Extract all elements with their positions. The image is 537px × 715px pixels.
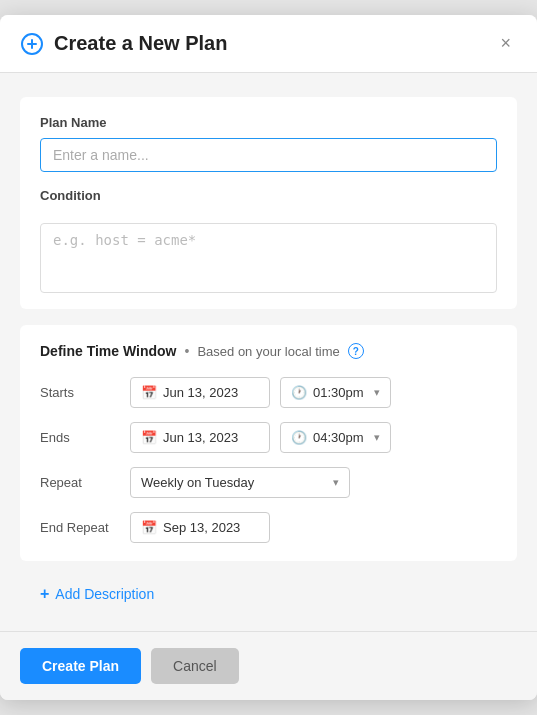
plan-name-input[interactable]: [40, 138, 497, 172]
close-button[interactable]: ×: [494, 31, 517, 56]
modal-footer: Create Plan Cancel: [0, 631, 537, 700]
create-plan-button[interactable]: Create Plan: [20, 648, 141, 684]
time-window-header: Define Time Window • Based on your local…: [40, 343, 497, 359]
end-repeat-date-picker[interactable]: 📅 Sep 13, 2023: [130, 512, 270, 543]
plus-circle-icon: [20, 32, 44, 56]
ends-date-picker[interactable]: 📅 Jun 13, 2023: [130, 422, 270, 453]
end-repeat-label: End Repeat: [40, 520, 120, 535]
ends-label: Ends: [40, 430, 120, 445]
chevron-down-icon-ends: ▾: [374, 431, 380, 444]
end-repeat-date-value: Sep 13, 2023: [163, 520, 240, 535]
plan-name-section: Plan Name Condition: [20, 97, 517, 309]
time-window-subtitle: Based on your local time: [197, 344, 339, 359]
chevron-down-icon: ▾: [374, 386, 380, 399]
ends-time-picker[interactable]: 🕐 04:30pm ▾: [280, 422, 391, 453]
clock-icon: 🕐: [291, 385, 307, 400]
help-badge[interactable]: ?: [348, 343, 364, 359]
chevron-down-icon-repeat: ▾: [333, 476, 339, 489]
modal-body: Plan Name Condition Define Time Window •…: [0, 73, 537, 623]
time-window-title: Define Time Window: [40, 343, 177, 359]
calendar-icon: 📅: [141, 385, 157, 400]
time-window-section: Define Time Window • Based on your local…: [20, 325, 517, 561]
starts-time-value: 01:30pm: [313, 385, 364, 400]
modal-title: Create a New Plan: [54, 32, 227, 55]
repeat-value: Weekly on Tuesday: [141, 475, 254, 490]
starts-date-value: Jun 13, 2023: [163, 385, 238, 400]
add-description-label: Add Description: [55, 586, 154, 602]
starts-row: Starts 📅 Jun 13, 2023 🕐 01:30pm ▾: [40, 377, 497, 408]
clock-icon-ends: 🕐: [291, 430, 307, 445]
starts-time-picker[interactable]: 🕐 01:30pm ▾: [280, 377, 391, 408]
calendar-icon-end-repeat: 📅: [141, 520, 157, 535]
add-description-icon: +: [40, 585, 49, 603]
dot-separator: •: [185, 343, 190, 359]
ends-row: Ends 📅 Jun 13, 2023 🕐 04:30pm ▾: [40, 422, 497, 453]
create-plan-modal: Create a New Plan × Plan Name Condition …: [0, 15, 537, 700]
starts-label: Starts: [40, 385, 120, 400]
calendar-icon-ends: 📅: [141, 430, 157, 445]
ends-time-value: 04:30pm: [313, 430, 364, 445]
repeat-row: Repeat Weekly on Tuesday ▾: [40, 467, 497, 498]
ends-date-value: Jun 13, 2023: [163, 430, 238, 445]
modal-header: Create a New Plan ×: [0, 15, 537, 73]
repeat-label: Repeat: [40, 475, 120, 490]
plan-name-label: Plan Name: [40, 115, 497, 130]
end-repeat-row: End Repeat 📅 Sep 13, 2023: [40, 512, 497, 543]
condition-input[interactable]: [40, 223, 497, 293]
condition-label: Condition: [40, 188, 497, 203]
cancel-button[interactable]: Cancel: [151, 648, 239, 684]
repeat-dropdown[interactable]: Weekly on Tuesday ▾: [130, 467, 350, 498]
modal-header-left: Create a New Plan: [20, 32, 227, 56]
starts-date-picker[interactable]: 📅 Jun 13, 2023: [130, 377, 270, 408]
add-description-button[interactable]: + Add Description: [20, 577, 174, 607]
